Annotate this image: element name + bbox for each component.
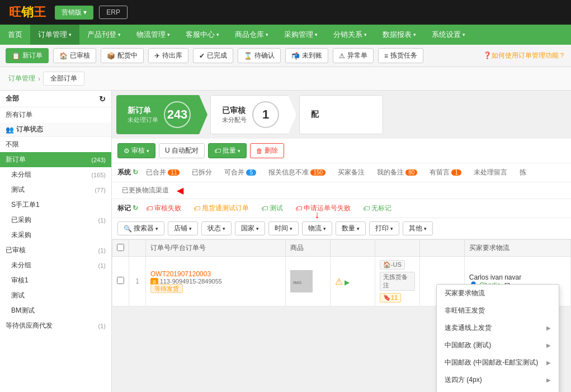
auto-match-button[interactable]: U 自动配对 <box>159 143 205 158</box>
order-toolbar: ⚙ 审核 ▾ U 自动配对 🏷 批量 ▾ 🗑 删除 <box>112 139 571 163</box>
sidebar-ungroup[interactable]: 未分组 (165) <box>0 167 111 182</box>
batch-button[interactable]: 🏷 批量 ▾ <box>208 143 247 158</box>
tag-my-note[interactable]: 我的备注 80 <box>372 167 422 178</box>
note-badge: 无拣货备注 <box>380 272 415 291</box>
filter-quantity[interactable]: 数量 ▾ <box>336 221 366 235</box>
sidebar-supplier[interactable]: 等待供应商代发 (1) <box>0 318 111 333</box>
filter-logistics[interactable]: 物流 ▾ <box>302 221 332 235</box>
check-icon: ✔ <box>199 52 205 60</box>
nav-home[interactable]: 首页 <box>0 25 30 45</box>
status-card-approved[interactable]: 已审核 未分配号 1 <box>210 95 296 134</box>
sidebar-bm-test[interactable]: BM测试 <box>0 303 111 318</box>
dropdown-item-suyitong[interactable]: 速卖通线上发货 ▶ <box>437 319 559 337</box>
col-extra3 <box>419 240 464 257</box>
tag-no-mark[interactable]: 🏷 无标记 <box>358 202 396 214</box>
nav-products[interactable]: 产品刊登 ▾ <box>79 25 129 45</box>
dropdown-item-china-post-epacket[interactable]: 中国邮政 (中国邮政-E邮宝测试) ▶ <box>437 354 559 371</box>
tag-audit-fail[interactable]: 🏷 审核失败 <box>141 202 186 214</box>
tag-pick[interactable]: 拣 <box>515 167 531 178</box>
tag-wrong-info[interactable]: 报关信息不准 150 <box>264 167 330 178</box>
sidebar-approved-ungroup[interactable]: 未分组 (1) <box>0 258 111 273</box>
order-id-link[interactable]: OWT201907120003 <box>150 270 281 278</box>
abnormal-btn[interactable]: ⚠ 异常单 <box>333 48 374 63</box>
filter-print[interactable]: 打印 ▾ <box>369 221 399 235</box>
tag-split[interactable]: 已拆分 <box>187 167 216 178</box>
sidebar-manual[interactable]: S手工单1 <box>0 197 111 212</box>
product-image-svg: IMG <box>290 270 313 292</box>
nav-warehouse[interactable]: 商品仓库 ▾ <box>227 25 276 45</box>
select-all-checkbox[interactable] <box>117 244 124 251</box>
help-link[interactable]: ❓如何使用订单管理功能？ <box>483 51 565 60</box>
nav-orders[interactable]: 订单管理 ▾ <box>30 25 79 45</box>
tag-icon: 🏷 <box>214 147 221 155</box>
box-icon: 📦 <box>107 52 115 60</box>
breadcrumb-parent[interactable]: 订单管理 <box>8 74 35 83</box>
nav-distribution[interactable]: 分销关系 ▾ <box>325 25 375 45</box>
batch-arrow-icon: ▾ <box>238 148 240 154</box>
sidebar-new-order[interactable]: 新订单 (243) <box>0 152 111 167</box>
status-card-shipping[interactable]: 配 <box>299 95 383 134</box>
mark-label: 标记 ↻ <box>117 204 138 213</box>
sidebar-test2[interactable]: 测试 <box>0 288 111 303</box>
completed-btn[interactable]: ✔ 已完成 <box>193 48 233 63</box>
tag-merged[interactable]: 已合并 11 <box>141 167 184 178</box>
quantity-arrow-icon: ▾ <box>357 226 360 232</box>
unpaid-btn[interactable]: 📬 未到账 <box>285 48 328 63</box>
filter-time[interactable]: 时间 ▾ <box>268 221 299 235</box>
sidebar-test[interactable]: 测试 (77) <box>0 182 111 197</box>
nav-reports[interactable]: 数据报表 ▾ <box>375 25 424 45</box>
pick-task-btn[interactable]: ≡ 拣货任务 <box>378 48 423 63</box>
row-checkbox[interactable] <box>117 277 124 284</box>
filter-other[interactable]: 其他 ▾ <box>403 221 433 235</box>
nav-settings[interactable]: 系统设置 ▾ <box>424 25 473 45</box>
sidebar-review1[interactable]: 审核1 <box>0 273 111 288</box>
tag-buyer-note[interactable]: 买家备注 <box>333 167 369 178</box>
sidebar-all-orders[interactable]: 所有订单 <box>0 107 111 122</box>
filter-status[interactable]: 状态 ▾ <box>201 221 232 235</box>
nav-customer[interactable]: 客服中心 ▾ <box>178 25 227 45</box>
sidebar-purchased[interactable]: 已采购 (1) <box>0 212 111 228</box>
sidebar-unpurchased[interactable]: 未采购 <box>0 228 111 243</box>
new-order-btn[interactable]: 📋 新订单 <box>6 48 49 63</box>
pending-confirm-btn[interactable]: ⌛ 待确认 <box>238 48 281 63</box>
list-icon: ≡ <box>384 52 388 60</box>
nav-logistics[interactable]: 物流管理 ▾ <box>129 25 178 45</box>
tag-test-mark[interactable]: 🏷 测试 <box>257 202 287 214</box>
status-arrow-icon: ▾ <box>223 226 225 232</box>
status-card-new[interactable]: 新订单 未处理订单 243 <box>116 95 207 134</box>
sidebar-order-status-section: 👥 订单状态 <box>0 122 111 137</box>
approved-btn[interactable]: 🏠 已审核 <box>53 48 96 63</box>
warning-triangle-icon: ⚠ <box>335 277 343 286</box>
buyer-name: Carlos ivan navar <box>469 273 566 281</box>
filter-shop[interactable]: 店铺 ▾ <box>168 221 198 235</box>
outbound-btn[interactable]: ✈ 待出库 <box>148 48 188 63</box>
order-id-cell: OWT201907120003 a 113-9094915-2849055 等待… <box>146 257 286 306</box>
sidebar-unlimit[interactable]: 不限 <box>0 137 111 152</box>
system-refresh-icon[interactable]: ↻ <box>133 168 138 176</box>
dropdown-item-4px[interactable]: 送四方 (4px) ▶ <box>437 371 559 389</box>
tag-apply-fail[interactable]: 🏷 申请运单号失败 <box>291 202 355 214</box>
tag-unprocessed[interactable]: 未处理留言 <box>469 167 512 178</box>
tag-taobao-test[interactable]: 🏷 甩货通测试订单 <box>189 202 253 214</box>
sidebar-refresh-icon[interactable]: ↻ <box>99 95 106 103</box>
dropdown-item-non-wxw[interactable]: 非旺销王发货 <box>437 302 559 319</box>
tag-has-comment[interactable]: 有留言 1 <box>425 167 466 178</box>
dropdown-item-china-post-test[interactable]: 中国邮政 (测试) ▶ <box>437 337 559 354</box>
tag-combinable[interactable]: 可合并 5 <box>220 167 261 178</box>
erp-button[interactable]: ERP <box>99 6 128 19</box>
sidebar-all-header: 全部 ↻ <box>0 91 111 107</box>
filter-search[interactable]: 🔍 搜索器 ▾ <box>117 221 164 235</box>
audit-button[interactable]: ⚙ 审核 ▾ <box>117 143 155 158</box>
mark-refresh-icon[interactable]: ↻ <box>133 204 138 212</box>
shipping-btn[interactable]: 📦 配货中 <box>101 48 144 63</box>
sidebar-approved[interactable]: 已审核 (1) <box>0 243 111 258</box>
filter-country[interactable]: 国家 ▾ <box>235 221 265 235</box>
nav-purchase[interactable]: 采购管理 ▾ <box>276 25 325 45</box>
tag-changed-logistics[interactable]: 已更换物流渠道 <box>117 185 173 196</box>
order-status-icon: 👥 <box>6 126 14 134</box>
edition-button[interactable]: 营销版 ▾ <box>55 6 93 20</box>
delete-button[interactable]: 🗑 删除 <box>250 143 284 158</box>
dropdown-item-buyer-logistics[interactable]: 买家要求物流 <box>437 285 559 302</box>
country-cell: 🏠-US 无拣货备注 🔖11 <box>375 257 419 306</box>
dropdown-item-7777[interactable]: 送四方 (7777) ▶ <box>437 389 559 392</box>
